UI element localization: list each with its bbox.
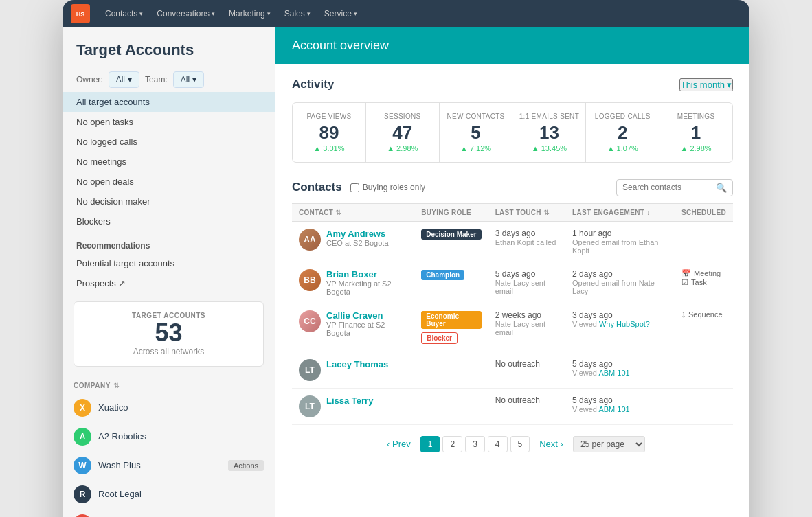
chevron-icon: ▾: [354, 10, 357, 17]
panel-content: Activity This month ▾ PAGE VIEWS 89 3.01…: [275, 64, 749, 472]
stat-meetings: MEETINGS 1 2.98%: [659, 103, 732, 162]
avatar: LT: [299, 359, 321, 381]
table-row: AA Amy Andrews CEO at S2 Bogota Decision…: [292, 221, 733, 262]
sidebar-item-potential-target-accounts[interactable]: Potential target accounts: [63, 253, 275, 273]
nav-service[interactable]: Service ▾: [317, 0, 364, 27]
company-item-a2robotics[interactable]: A A2 Robotics: [63, 422, 275, 451]
right-panel: Account overview Activity This month ▾ P…: [275, 27, 749, 517]
buying-role-badge-blocker: Blocker: [421, 332, 458, 344]
th-buying-role: BUYING ROLE: [414, 203, 488, 221]
hubspot-logo[interactable]: HS: [71, 4, 90, 23]
company-avatar: W: [74, 514, 91, 517]
search-icon: 🔍: [716, 183, 727, 193]
contacts-title: Contacts: [292, 181, 342, 194]
last-touch-detail: Nate Lacy sent email: [495, 320, 559, 336]
contacts-section-header: Contacts Buying roles only 🔍: [292, 179, 733, 196]
sort-icon[interactable]: ⇅: [335, 209, 341, 216]
contact-cell: LT Lacey Thomas: [299, 359, 407, 381]
sort-icon[interactable]: ⇅: [543, 209, 549, 216]
filter-row: Owner: All ▾ Team: All ▾: [63, 67, 275, 92]
laptop-frame: HS Contacts ▾ Conversations ▾ Marketing …: [63, 0, 749, 517]
page-3-button[interactable]: 3: [465, 436, 485, 452]
sidebar-item-prospects[interactable]: Prospects ↗: [63, 273, 275, 293]
contact-name[interactable]: Brian Boxer: [326, 269, 407, 279]
company-item-xuatico[interactable]: X Xuatico: [63, 393, 275, 422]
th-last-touch: LAST TOUCH ⇅: [488, 203, 565, 221]
engagement-link[interactable]: ABM 101: [598, 369, 629, 377]
top-nav: HS Contacts ▾ Conversations ▾ Marketing …: [63, 0, 749, 27]
contact-cell: AA Amy Andrews CEO at S2 Bogota: [299, 229, 407, 251]
contact-cell: BB Brian Boxer VP Marketing at S2 Bogota: [299, 269, 407, 296]
svg-text:HS: HS: [76, 11, 85, 18]
company-item-rootlegal[interactable]: R Root Legal: [63, 480, 275, 509]
th-scheduled: SCHEDULED: [675, 203, 733, 221]
company-item-webb-appliances[interactable]: W Webb Appliances: [63, 509, 275, 517]
avatar: CC: [299, 310, 321, 332]
sidebar-item-no-decision-maker[interactable]: No decision maker: [63, 192, 275, 211]
this-month-button[interactable]: This month ▾: [679, 78, 733, 91]
page-4-button[interactable]: 4: [488, 436, 508, 452]
sidebar-item-all-target-accounts[interactable]: All target accounts: [63, 92, 275, 112]
scheduled-meeting: 📅 Meeting: [681, 269, 726, 278]
sort-icon-down[interactable]: ↓: [646, 209, 650, 216]
contact-name[interactable]: Lissa Terry: [326, 395, 373, 406]
page-2-button[interactable]: 2: [442, 436, 462, 452]
sort-icon[interactable]: ⇅: [113, 382, 120, 389]
page-1-button[interactable]: 1: [420, 436, 440, 452]
prev-button[interactable]: ‹ Prev: [380, 436, 418, 452]
contact-name[interactable]: Lacey Thomas: [326, 359, 388, 369]
sidebar-item-no-meetings[interactable]: No meetings: [63, 152, 275, 172]
company-item-washplus[interactable]: W Wash Plus Actions: [63, 451, 275, 480]
engagement-link[interactable]: Why HubSpot?: [599, 320, 650, 328]
last-touch: 2 weeks ago: [495, 310, 559, 320]
next-button[interactable]: Next ›: [532, 436, 570, 452]
sidebar-item-no-logged-calls[interactable]: No logged calls: [63, 132, 275, 152]
sidebar-item-no-open-deals[interactable]: No open deals: [63, 172, 275, 192]
search-input[interactable]: [622, 183, 712, 192]
per-page-select[interactable]: 25 per page 50 per page 100 per page: [573, 436, 645, 452]
chevron-icon: ▾: [307, 10, 311, 17]
chevron-icon: ▾: [267, 10, 271, 17]
team-filter-btn[interactable]: All ▾: [173, 71, 204, 88]
company-avatar: R: [74, 485, 91, 503]
nav-contacts[interactable]: Contacts ▾: [98, 0, 150, 27]
nav-sales[interactable]: Sales ▾: [278, 0, 317, 27]
table-row: LT Lissa Terry No outreach: [292, 388, 733, 424]
last-engagement-detail: Viewed ABM 101: [572, 405, 668, 413]
nav-marketing[interactable]: Marketing ▾: [222, 0, 278, 27]
avatar: LT: [299, 395, 321, 417]
sidebar-item-blockers[interactable]: Blockers: [63, 211, 275, 231]
account-overview-header: Account overview: [275, 27, 749, 64]
avatar: AA: [299, 229, 321, 251]
buying-roles-checkbox[interactable]: [350, 183, 359, 192]
company-list-header: COMPANY ⇅: [63, 375, 275, 393]
stat-page-views: PAGE VIEWS 89 3.01%: [293, 103, 366, 162]
stat-new-contacts: NEW CONTACTS 5 7.12%: [440, 103, 513, 162]
meeting-icon: 📅: [681, 269, 691, 278]
ta-number: 53: [84, 319, 253, 347]
owner-filter-btn[interactable]: All ▾: [109, 71, 139, 88]
contact-name[interactable]: Amy Andrews: [326, 229, 389, 239]
contact-title: CEO at S2 Bogota: [326, 239, 389, 247]
last-touch: 3 days ago: [495, 229, 559, 238]
contact-title: VP Marketing at S2 Bogota: [326, 279, 407, 296]
nav-conversations[interactable]: Conversations ▾: [150, 0, 222, 27]
search-contacts-input[interactable]: 🔍: [616, 179, 733, 196]
last-engagement: 5 days ago: [572, 359, 668, 369]
company-avatar: A: [74, 428, 91, 446]
company-avatar: W: [74, 457, 91, 474]
contacts-table: CONTACT ⇅ BUYING ROLE LAST TOUCH ⇅ LAST …: [292, 203, 733, 425]
sidebar-item-no-open-tasks[interactable]: No open tasks: [63, 112, 275, 132]
last-engagement-detail: Viewed Why HubSpot?: [572, 320, 668, 328]
page-5-button[interactable]: 5: [510, 436, 530, 452]
th-contact: CONTACT ⇅: [292, 203, 414, 221]
stat-logged-calls: LOGGED CALLS 2 1.07%: [586, 103, 659, 162]
avatar: BB: [299, 269, 321, 291]
contact-title: VP Finance at S2 Bogota: [326, 321, 407, 337]
last-engagement-detail: Opened email from Ethan Kopit: [572, 238, 668, 255]
engagement-link[interactable]: ABM 101: [598, 405, 629, 413]
last-touch: No outreach: [495, 359, 559, 369]
chevron-icon: ▾: [212, 10, 215, 17]
contact-name[interactable]: Callie Craven: [326, 310, 407, 321]
company-actions-button[interactable]: Actions: [228, 460, 264, 471]
